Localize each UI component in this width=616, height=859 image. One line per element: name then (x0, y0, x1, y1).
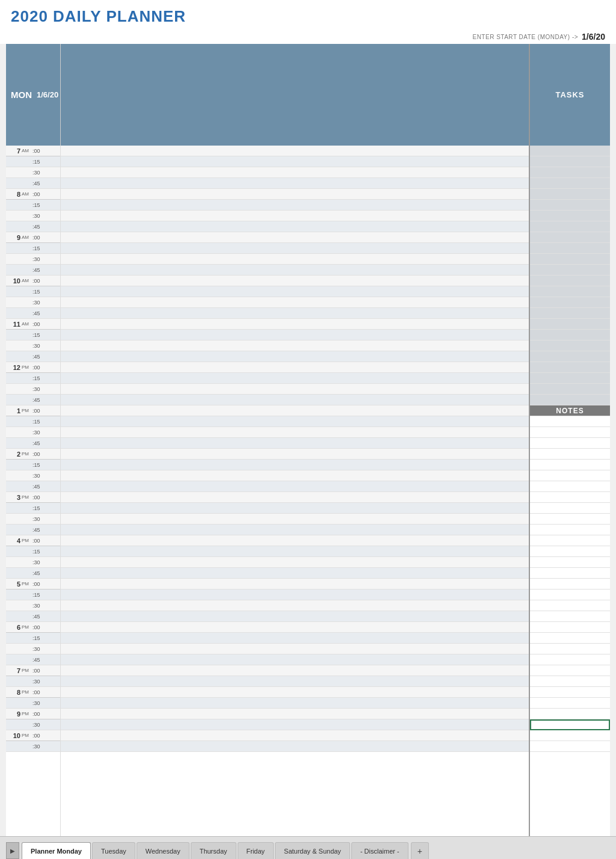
schedule-slot[interactable] (61, 340, 529, 351)
schedule-slot[interactable] (61, 503, 529, 514)
task-slot[interactable] (530, 254, 610, 265)
task-slot[interactable] (530, 633, 610, 644)
task-slot[interactable] (530, 535, 610, 546)
schedule-slot[interactable] (61, 557, 529, 568)
schedule-slot[interactable] (61, 254, 529, 265)
task-slot[interactable] (530, 600, 610, 611)
schedule-slot[interactable] (61, 709, 529, 719)
task-slot[interactable] (530, 373, 610, 384)
task-slot[interactable] (530, 449, 610, 460)
schedule-slot[interactable] (61, 741, 529, 752)
schedule-slot[interactable] (61, 449, 529, 460)
schedule-slot[interactable] (61, 622, 529, 633)
schedule-slot[interactable] (61, 384, 529, 395)
schedule-slot[interactable] (61, 200, 529, 211)
task-slot[interactable] (530, 221, 610, 232)
schedule-slot[interactable] (61, 481, 529, 492)
task-slot[interactable] (530, 644, 610, 654)
task-slot[interactable] (530, 330, 610, 340)
task-slot[interactable] (530, 492, 610, 503)
task-slot[interactable] (530, 351, 610, 362)
tab-friday[interactable]: Friday (238, 842, 274, 859)
task-slot[interactable] (530, 503, 610, 514)
task-slot[interactable] (530, 557, 610, 568)
task-slot[interactable] (530, 730, 610, 741)
schedule-slot[interactable] (61, 156, 529, 167)
schedule-slot[interactable] (61, 395, 529, 405)
task-slot[interactable] (530, 709, 610, 719)
schedule-slot[interactable] (61, 644, 529, 654)
schedule-slot[interactable] (61, 611, 529, 622)
task-slot[interactable] (530, 232, 610, 243)
tab-tuesday[interactable]: Tuesday (92, 842, 135, 859)
task-slot[interactable] (530, 438, 610, 449)
schedule-slot[interactable] (61, 470, 529, 481)
task-slot[interactable] (530, 395, 610, 405)
tab-saturday-&-sunday[interactable]: Saturday & Sunday (275, 842, 350, 859)
schedule-slot[interactable] (61, 633, 529, 644)
schedule-slot[interactable] (61, 719, 529, 730)
task-slot[interactable] (530, 308, 610, 319)
schedule-slot[interactable] (61, 232, 529, 243)
schedule-slot[interactable] (61, 492, 529, 503)
schedule-slot[interactable] (61, 351, 529, 362)
schedule-slot[interactable] (61, 319, 529, 330)
task-slot[interactable] (530, 687, 610, 698)
schedule-slot[interactable] (61, 654, 529, 665)
task-slot[interactable] (530, 611, 610, 622)
schedule-slot[interactable] (61, 568, 529, 579)
schedule-slot[interactable] (61, 221, 529, 232)
schedule-column[interactable] (60, 146, 529, 836)
tab---disclaimer--[interactable]: - Disclaimer - (351, 842, 408, 859)
schedule-slot[interactable] (61, 687, 529, 698)
schedule-slot[interactable] (61, 167, 529, 178)
schedule-slot[interactable] (61, 265, 529, 276)
schedule-slot[interactable] (61, 665, 529, 676)
task-slot[interactable] (530, 719, 610, 730)
task-slot[interactable] (530, 698, 610, 709)
task-slot[interactable] (530, 384, 610, 395)
task-slot[interactable] (530, 265, 610, 276)
schedule-slot[interactable] (61, 546, 529, 557)
task-slot[interactable] (530, 590, 610, 600)
task-slot[interactable] (530, 156, 610, 167)
schedule-slot[interactable] (61, 535, 529, 546)
task-slot[interactable] (530, 189, 610, 200)
schedule-slot[interactable] (61, 427, 529, 438)
schedule-slot[interactable] (61, 189, 529, 200)
schedule-slot[interactable] (61, 600, 529, 611)
tab-add-button[interactable]: + (411, 842, 429, 859)
schedule-slot[interactable] (61, 676, 529, 687)
task-slot[interactable] (530, 525, 610, 535)
task-slot[interactable] (530, 178, 610, 189)
tab-wednesday[interactable]: Wednesday (137, 842, 189, 859)
task-slot[interactable] (530, 460, 610, 470)
task-slot[interactable] (530, 546, 610, 557)
task-slot[interactable] (530, 741, 610, 752)
schedule-slot[interactable] (61, 211, 529, 221)
tasks-column[interactable]: NOTES (529, 146, 610, 836)
schedule-slot[interactable] (61, 460, 529, 470)
task-slot[interactable] (530, 427, 610, 438)
schedule-slot[interactable] (61, 416, 529, 427)
tab-planner-monday[interactable]: Planner Monday (22, 842, 91, 859)
schedule-slot[interactable] (61, 525, 529, 535)
schedule-slot[interactable] (61, 405, 529, 416)
task-slot[interactable] (530, 579, 610, 590)
task-slot[interactable] (530, 514, 610, 525)
task-slot[interactable] (530, 146, 610, 156)
start-date-value[interactable]: 1/6/20 (582, 32, 605, 42)
task-slot[interactable] (530, 297, 610, 308)
task-slot[interactable] (530, 654, 610, 665)
schedule-slot[interactable] (61, 276, 529, 286)
task-slot[interactable] (530, 340, 610, 351)
schedule-slot[interactable] (61, 373, 529, 384)
schedule-slot[interactable] (61, 330, 529, 340)
task-slot[interactable] (530, 211, 610, 221)
tab-thursday[interactable]: Thursday (191, 842, 236, 859)
task-slot[interactable] (530, 276, 610, 286)
schedule-slot[interactable] (61, 146, 529, 156)
schedule-slot[interactable] (61, 514, 529, 525)
task-slot[interactable] (530, 286, 610, 297)
schedule-slot[interactable] (61, 438, 529, 449)
